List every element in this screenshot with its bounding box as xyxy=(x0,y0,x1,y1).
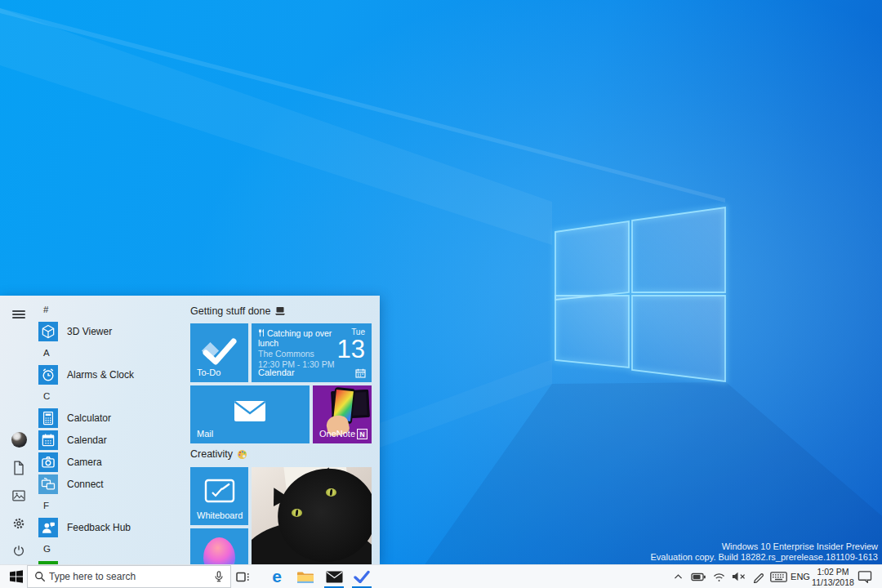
app-label: Feedback Hub xyxy=(67,522,131,533)
tile-label: Whiteboard xyxy=(197,510,243,520)
language-indicator[interactable]: ENG xyxy=(790,565,811,588)
start-menu: # 3D Viewer A Alarms & Clock C Calculato… xyxy=(0,296,380,564)
calendar-event: Catching up over lunch The Commons 12:30… xyxy=(258,328,336,369)
app-label: Alarms & Clock xyxy=(67,369,134,381)
app-label: Camera xyxy=(67,457,102,468)
todo-button[interactable] xyxy=(352,565,372,588)
onenote-tile[interactable]: OneNote N xyxy=(313,385,372,443)
avatar xyxy=(11,432,27,448)
battery-icon xyxy=(691,571,706,582)
section-header[interactable]: C xyxy=(38,385,189,407)
fork-knife-emoji-icon xyxy=(258,329,265,337)
speaker-muted-icon xyxy=(731,571,746,582)
app-item-connect[interactable]: Connect xyxy=(38,473,189,495)
clock-time: 1:02 PM xyxy=(812,567,854,577)
clock-date: 11/13/2018 xyxy=(812,577,854,588)
insider-watermark: Windows 10 Enterprise Insider Preview Ev… xyxy=(651,541,878,563)
tile-label: Mail xyxy=(197,429,213,439)
app-label: Calculator xyxy=(67,412,111,424)
action-center-icon xyxy=(858,570,872,583)
watermark-line1: Windows 10 Enterprise Insider Preview xyxy=(651,541,878,552)
day-number: 13 xyxy=(337,336,365,363)
whiteboard-icon xyxy=(204,479,235,503)
pen-icon xyxy=(752,571,764,583)
envelope-icon xyxy=(234,400,266,422)
task-view-button[interactable] xyxy=(235,565,250,588)
chevron-up-icon xyxy=(673,572,684,582)
watermark-line2: Evaluation copy. Build 18282.rs_prerelea… xyxy=(651,552,878,563)
calendar-date: Tue 13 xyxy=(337,327,365,363)
keyboard-icon xyxy=(770,572,787,582)
tile-label: OneNote xyxy=(319,429,355,439)
battery-status[interactable] xyxy=(690,565,706,588)
calendar-tile[interactable]: Catching up over lunch The Commons 12:30… xyxy=(252,323,372,382)
action-center-button[interactable] xyxy=(856,565,874,588)
section-header[interactable]: # xyxy=(38,299,189,320)
camera-icon xyxy=(38,452,58,472)
section-header[interactable]: A xyxy=(38,342,189,363)
volume-status[interactable] xyxy=(730,565,746,588)
mini-calendar-icon xyxy=(355,368,366,378)
tray-overflow-button[interactable] xyxy=(671,565,684,588)
edge-button[interactable]: e xyxy=(267,565,287,588)
paint-3d-tile[interactable] xyxy=(190,528,248,564)
mail-icon xyxy=(326,571,343,583)
taskbar: e xyxy=(0,564,882,588)
calendar-icon xyxy=(38,430,58,450)
tile-label: To-Do xyxy=(197,368,220,377)
app-label: Calendar xyxy=(67,434,107,446)
todo-check-icon xyxy=(354,570,370,583)
event-location: The Commons xyxy=(258,349,336,359)
photo-tile[interactable] xyxy=(252,467,372,564)
app-item-feedback-hub[interactable]: Feedback Hub xyxy=(38,516,189,538)
todo-check-icon xyxy=(201,336,238,366)
onenote-logo-icon: N xyxy=(357,429,368,439)
app-item-calendar[interactable]: Calendar xyxy=(38,429,189,451)
wifi-icon xyxy=(712,571,726,582)
start-menu-rail xyxy=(0,296,38,564)
mail-tile[interactable]: Mail xyxy=(190,385,310,443)
alarm-clock-icon xyxy=(38,365,58,385)
menu-expand-icon[interactable] xyxy=(11,306,27,323)
event-title: Catching up over lunch xyxy=(258,328,332,348)
language-code: ENG xyxy=(791,572,810,581)
start-app-list: # 3D Viewer A Alarms & Clock C Calculato… xyxy=(38,299,189,564)
task-view-icon xyxy=(236,571,250,583)
settings-gear-icon[interactable] xyxy=(11,515,27,532)
section-header[interactable]: G xyxy=(38,538,189,559)
file-explorer-button[interactable] xyxy=(296,565,315,588)
tile-group-title: Getting stuff done xyxy=(190,305,286,317)
windows-ink-workspace[interactable] xyxy=(751,565,765,588)
whiteboard-tile[interactable]: Whiteboard xyxy=(190,467,248,525)
connect-icon xyxy=(38,474,58,494)
feedback-hub-icon xyxy=(38,518,58,537)
todo-tile[interactable]: To-Do xyxy=(190,323,248,382)
cube-icon xyxy=(38,322,58,341)
app-item-alarms-clock[interactable]: Alarms & Clock xyxy=(38,363,189,385)
app-label: 3D Viewer xyxy=(67,326,112,337)
calculator-icon xyxy=(38,408,58,428)
edge-logo-icon: e xyxy=(272,565,282,588)
microphone-icon[interactable] xyxy=(213,571,225,582)
app-item-3d-viewer[interactable]: 3D Viewer xyxy=(38,320,189,342)
power-icon[interactable] xyxy=(11,543,27,559)
user-avatar[interactable] xyxy=(11,431,27,448)
pictures-icon[interactable] xyxy=(11,488,27,504)
search-input[interactable] xyxy=(27,565,231,588)
windows-flag-icon xyxy=(10,570,23,583)
app-item-camera[interactable]: Camera xyxy=(38,451,189,473)
documents-icon[interactable] xyxy=(11,460,27,476)
start-button[interactable] xyxy=(5,565,28,588)
taskbar-clock[interactable]: 1:02 PM 11/13/2018 xyxy=(812,567,854,587)
touch-keyboard-button[interactable] xyxy=(768,565,788,588)
tile-label: Calendar xyxy=(258,368,295,377)
balloon-icon xyxy=(203,537,235,564)
mail-button[interactable] xyxy=(324,565,344,588)
tile-group-title: Creativity xyxy=(190,448,247,460)
palette-emoji-icon xyxy=(237,449,247,460)
network-status[interactable] xyxy=(710,565,727,588)
cat-eye xyxy=(292,509,302,517)
app-label: Connect xyxy=(67,479,104,490)
section-header[interactable]: F xyxy=(38,495,189,516)
app-item-calculator[interactable]: Calculator xyxy=(38,407,189,429)
